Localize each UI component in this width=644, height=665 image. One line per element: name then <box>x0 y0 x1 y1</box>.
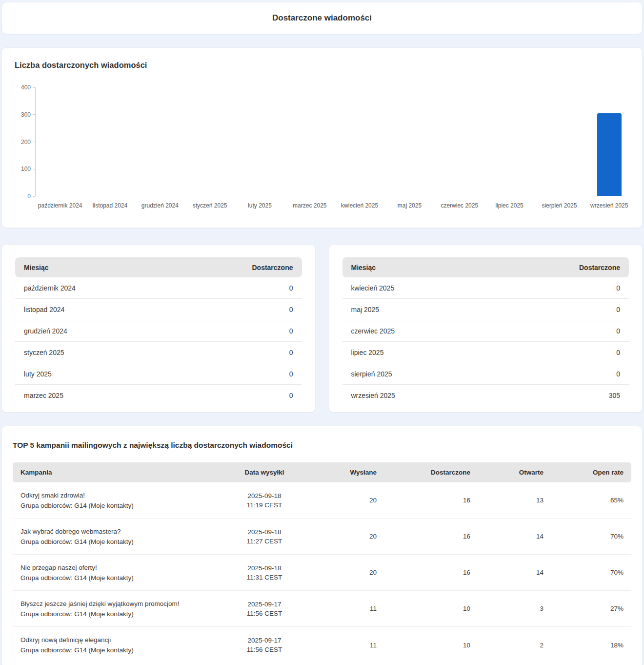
table-row: lipiec 20250 <box>342 342 629 363</box>
delivered-cell: 0 <box>289 370 293 378</box>
campaign-audience: Grupa odbiorców: G14 (Moje kontakty) <box>20 609 223 619</box>
campaign-send-date-cell: 2025-09-1711:56 CEST <box>223 636 306 654</box>
campaign-name: Nie przegap naszej oferty! <box>20 563 223 572</box>
x-axis-label: grudzień 2024 <box>135 202 185 209</box>
table-body: październik 20240listopad 20240grudzień … <box>15 277 302 406</box>
x-axis-label: październik 2024 <box>35 202 85 209</box>
bar-slot <box>335 87 385 196</box>
campaign-open-rate: 18% <box>543 642 624 649</box>
campaign-sent-count: 20 <box>306 497 377 504</box>
chart-title: Liczba dostarczonych wiadomości <box>15 61 634 70</box>
month-column-header: Miesiąc <box>24 264 49 271</box>
campaign-name-cell: Błyszcz jeszcze jaśniej dzięki wyjątkowy… <box>20 599 223 619</box>
chart-plot-area <box>35 87 634 196</box>
campaign-sent-count: 11 <box>306 642 377 649</box>
campaign-open-rate: 70% <box>543 533 624 540</box>
campaign-open-rate: 65% <box>543 497 624 504</box>
y-axis-tick-mark <box>33 196 35 197</box>
top-campaigns-card: TOP 5 kampanii mailingowych z największą… <box>1 426 643 665</box>
campaign-row: Nie przegap naszej oferty!Grupa odbiorcó… <box>13 555 631 591</box>
table-row: styczeń 20250 <box>15 342 302 363</box>
campaign-send-date-cell: 2025-09-1811:19 CEST <box>223 491 306 510</box>
x-axis-label: sierpień 2025 <box>534 202 584 209</box>
month-cell: maj 2025 <box>351 306 380 313</box>
delivered-column-header: Dostarczone <box>252 264 293 271</box>
bar-slot <box>584 87 634 196</box>
y-axis-tick-mark <box>33 114 35 115</box>
campaign-opened-count: 2 <box>470 642 543 649</box>
campaign-row: Odkryj smaki zdrowia!Grupa odbiorców: G1… <box>13 482 631 519</box>
campaign-row: Odkryj nową definicję elegancjiGrupa odb… <box>13 627 631 663</box>
open-rate-column-header: Open rate <box>543 469 624 476</box>
x-axis-label: marzec 2025 <box>285 202 335 209</box>
y-axis-tick-mark <box>33 87 35 88</box>
delivered-cell: 0 <box>616 370 620 378</box>
campaign-name-cell: Jak wybrać dobrego webmastera?Grupa odbi… <box>20 527 223 546</box>
campaign-opened-count: 13 <box>470 497 543 504</box>
y-axis-tick-label: 300 <box>21 111 31 118</box>
table-row: kwiecień 20250 <box>342 277 629 299</box>
y-axis-tick-mark <box>33 169 35 169</box>
table-row: czerwiec 20250 <box>342 320 629 342</box>
delivered-cell: 0 <box>289 306 293 313</box>
campaign-send-date: 2025-09-18 <box>223 527 306 537</box>
send-date-column-header: Data wysyłki <box>223 469 306 476</box>
month-cell: sierpień 2025 <box>351 370 392 378</box>
campaign-name: Jak wybrać dobrego webmastera? <box>20 527 223 536</box>
campaign-send-date-cell: 2025-09-1711:56 CEST <box>223 600 306 618</box>
bar-slot <box>484 87 534 196</box>
monthly-table-card-2: Miesiąc Dostarczone kwiecień 20250maj 20… <box>329 244 643 413</box>
sent-column-header: Wysłane <box>306 469 377 476</box>
monthly-table-card-1: Miesiąc Dostarczone październik 20240lis… <box>1 244 316 413</box>
month-cell: marzec 2025 <box>24 392 63 399</box>
campaign-send-time: 11:31 CEST <box>223 573 306 582</box>
bar-slot <box>85 87 135 196</box>
y-axis-tick: 300 <box>21 111 35 118</box>
delivered-chart-card: Liczba dostarczonych wiadomości 01002003… <box>1 47 643 228</box>
y-axis-tick: 100 <box>21 166 35 172</box>
month-cell: kwiecień 2025 <box>351 284 395 292</box>
delivered-cell: 0 <box>616 284 620 292</box>
delivered-cell: 0 <box>616 349 620 356</box>
delivered-column-header: Dostarczone <box>579 264 620 271</box>
month-cell: styczeń 2025 <box>24 349 64 356</box>
delivered-cell: 0 <box>616 306 620 313</box>
bar-slot <box>285 87 335 196</box>
campaign-name-cell: Odkryj smaki zdrowia!Grupa odbiorców: G1… <box>20 491 223 510</box>
campaign-send-date: 2025-09-18 <box>223 491 306 500</box>
campaign-name: Błyszcz jeszcze jaśniej dzięki wyjątkowy… <box>20 599 223 608</box>
campaign-send-date-cell: 2025-09-1811:31 CEST <box>223 563 306 582</box>
opened-column-header: Otwarte <box>470 469 543 476</box>
campaign-open-rate: 70% <box>543 569 624 576</box>
campaign-send-time: 11:19 CEST <box>223 500 306 510</box>
table-row: maj 20250 <box>342 299 629 320</box>
y-axis-tick-mark <box>33 142 35 142</box>
campaign-name-cell: Nie przegap naszej oferty!Grupa odbiorcó… <box>20 563 223 582</box>
campaign-name: Odkryj smaki zdrowia! <box>20 491 223 500</box>
month-cell: listopad 2024 <box>24 306 64 313</box>
campaigns-table-header: Kampania Data wysyłki Wysłane Dostarczon… <box>13 462 631 482</box>
x-axis-label: listopad 2024 <box>85 202 135 209</box>
campaign-delivered-count: 16 <box>377 533 470 540</box>
campaign-sent-count: 20 <box>306 533 377 540</box>
bar-slot <box>136 87 185 196</box>
monthly-tables-row: Miesiąc Dostarczone październik 20240lis… <box>1 244 643 413</box>
campaign-send-time: 11:56 CEST <box>223 645 306 654</box>
bar-slot <box>385 87 435 196</box>
campaign-name-cell: Odkryj nową definicję elegancjiGrupa odb… <box>20 635 223 655</box>
delivered-cell: 0 <box>616 327 620 335</box>
campaign-delivered-count: 16 <box>377 497 470 504</box>
x-axis-label: styczeń 2025 <box>185 202 235 209</box>
month-cell: październik 2024 <box>24 284 76 292</box>
month-cell: luty 2025 <box>24 370 52 378</box>
campaign-delivered-count: 10 <box>377 642 470 649</box>
campaign-send-time: 11:56 CEST <box>223 609 306 618</box>
table-row: sierpień 20250 <box>342 363 629 385</box>
table-body: kwiecień 20250maj 20250czerwiec 20250lip… <box>342 277 629 406</box>
campaign-send-date: 2025-09-17 <box>223 636 306 645</box>
table-row: październik 20240 <box>15 277 302 299</box>
delivered-cell: 305 <box>609 392 620 399</box>
campaign-open-rate: 27% <box>543 605 624 612</box>
campaign-audience: Grupa odbiorców: G14 (Moje kontakty) <box>20 537 223 546</box>
bar-slot <box>36 87 85 196</box>
